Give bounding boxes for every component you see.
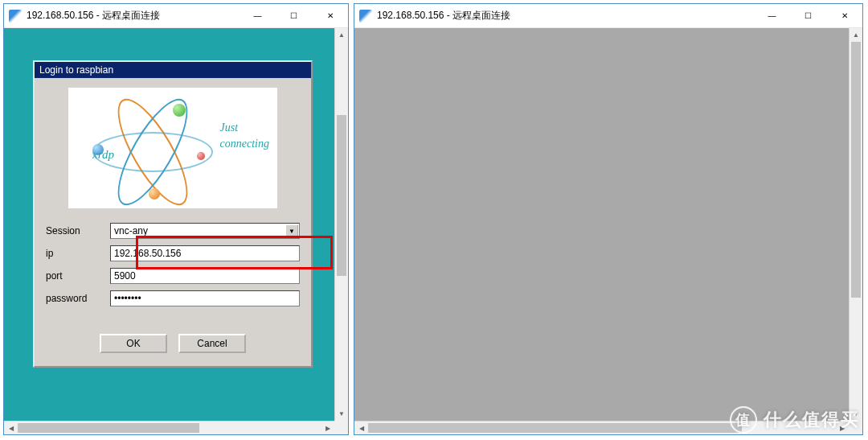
scroll-thumb[interactable] — [337, 115, 346, 276]
window-title: 192.168.50.156 - 远程桌面连接 — [27, 9, 240, 23]
password-label: password — [46, 293, 110, 304]
rdp-icon — [359, 10, 372, 23]
xrdp-logo: xrdp Just connecting — [68, 88, 277, 208]
maximize-button[interactable]: ☐ — [790, 4, 826, 27]
port-label: port — [46, 270, 110, 282]
scroll-track[interactable] — [850, 42, 862, 407]
scroll-down-icon[interactable]: ▼ — [335, 407, 349, 421]
scroll-thumb[interactable] — [368, 423, 742, 433]
rdp-icon — [9, 10, 22, 23]
vertical-scrollbar[interactable]: ▲ ▼ — [849, 28, 862, 421]
close-button[interactable]: ✕ — [312, 4, 348, 27]
close-button[interactable]: ✕ — [826, 4, 862, 27]
session-label: Session — [46, 225, 110, 236]
window-controls: — ☐ ✕ — [240, 4, 348, 27]
scroll-thumb[interactable] — [851, 42, 861, 298]
password-input[interactable] — [110, 290, 300, 306]
logo-product-text: xrdp — [92, 148, 114, 162]
xrdp-login-dialog: Login to raspbian xrdp Just — [33, 60, 313, 368]
password-row: password — [46, 290, 300, 306]
scroll-left-icon[interactable]: ◀ — [354, 421, 368, 435]
minimize-button[interactable]: — — [754, 4, 790, 27]
ip-label: ip — [46, 248, 110, 259]
cancel-button[interactable]: Cancel — [178, 334, 246, 353]
remote-desktop-viewport: Login to raspbian xrdp Just — [4, 28, 348, 434]
session-value: vnc-any — [114, 225, 148, 236]
scroll-down-icon[interactable]: ▼ — [850, 407, 863, 421]
scroll-thumb[interactable] — [18, 423, 199, 433]
scroll-track[interactable] — [368, 421, 835, 434]
window-title: 192.168.50.156 - 远程桌面连接 — [377, 9, 754, 23]
ip-input[interactable] — [110, 245, 300, 261]
horizontal-scrollbar[interactable]: ◀ ▶ — [4, 421, 334, 434]
ok-button[interactable]: OK — [100, 334, 167, 353]
login-dialog-title: Login to raspbian — [35, 62, 311, 78]
minimize-button[interactable]: — — [240, 4, 276, 27]
logo-tagline: Just connecting — [220, 120, 269, 151]
scroll-right-icon[interactable]: ▶ — [321, 421, 334, 435]
maximize-button[interactable]: ☐ — [276, 4, 312, 27]
login-dialog-body: xrdp Just connecting Session vnc-any ▼ i… — [35, 78, 311, 366]
titlebar[interactable]: 192.168.50.156 - 远程桌面连接 — ☐ ✕ — [354, 4, 862, 28]
scroll-track[interactable] — [18, 421, 321, 434]
scrollbar-corner — [334, 421, 348, 434]
remote-desktop-viewport: ▲ ▼ ◀ ▶ — [354, 28, 862, 434]
session-row: Session vnc-any ▼ — [46, 223, 300, 239]
ip-row: ip — [46, 245, 300, 261]
window-controls: — ☐ ✕ — [754, 4, 862, 27]
scroll-track[interactable] — [335, 42, 348, 407]
vertical-scrollbar[interactable]: ▲ ▼ — [334, 28, 348, 421]
rdp-window-right: 192.168.50.156 - 远程桌面连接 — ☐ ✕ ▲ ▼ ◀ ▶ — [354, 3, 863, 435]
dropdown-arrow-icon[interactable]: ▼ — [285, 224, 298, 237]
horizontal-scrollbar[interactable]: ◀ ▶ — [354, 421, 849, 434]
port-input[interactable] — [110, 268, 300, 284]
titlebar[interactable]: 192.168.50.156 - 远程桌面连接 — ☐ ✕ — [4, 4, 348, 28]
port-row: port — [46, 268, 300, 284]
scroll-up-icon[interactable]: ▲ — [335, 28, 349, 42]
scrollbar-corner — [849, 421, 862, 434]
scroll-left-icon[interactable]: ◀ — [4, 421, 18, 435]
scroll-up-icon[interactable]: ▲ — [850, 28, 863, 42]
session-combobox[interactable]: vnc-any ▼ — [110, 223, 300, 239]
dialog-button-row: OK Cancel — [46, 334, 300, 353]
rdp-window-left: 192.168.50.156 - 远程桌面连接 — ☐ ✕ Login to r… — [3, 3, 349, 435]
scroll-right-icon[interactable]: ▶ — [835, 421, 849, 435]
